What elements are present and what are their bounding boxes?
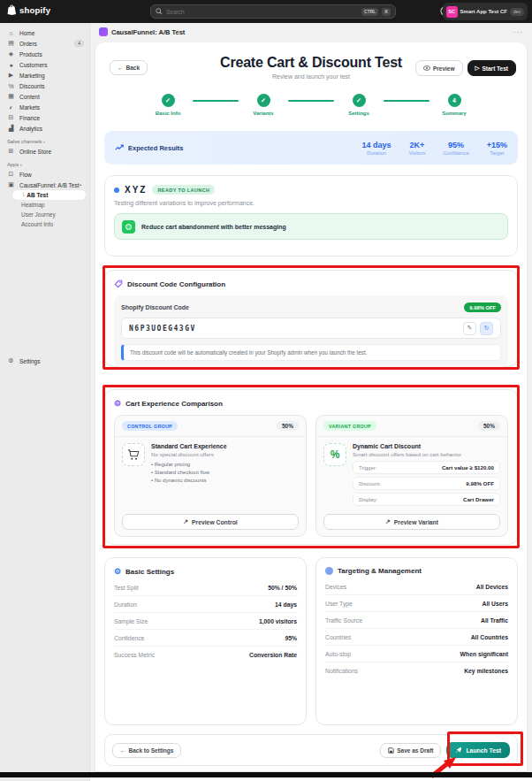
sidebar-item-settings[interactable]: ⚙Settings (0, 356, 89, 366)
back-button[interactable]: ←Back (110, 60, 148, 75)
edit-code-button[interactable]: ✎ (463, 322, 476, 335)
shopify-logo[interactable]: shopify (7, 4, 50, 15)
discount-code-note: This discount code will be automatically… (121, 344, 501, 361)
stat-target: +15%Target (487, 141, 507, 156)
variant-group-badge: VARIANT GROUP (323, 421, 376, 431)
sidebar-item-finance[interactable]: ⊟Finance (0, 112, 89, 123)
wizard-stepper: ✓Basic Info ✓Variants ✓Settings 4Summary (95, 94, 527, 116)
launch-test-button[interactable]: Launch Test (446, 742, 510, 758)
target-icon (122, 220, 135, 234)
ready-to-launch-badge: READY TO LAUNCH (152, 185, 215, 195)
search-icon (156, 8, 163, 15)
save-icon (388, 747, 394, 754)
sidebar-item-online-store[interactable]: ⊞Online Store (0, 146, 89, 157)
step-basic-info[interactable]: ✓Basic Info (143, 94, 193, 116)
sidebar-item-analytics[interactable]: ▟Analytics (0, 123, 89, 134)
back-arrow-icon: ← (118, 65, 124, 71)
home-icon: ⌂ (7, 30, 15, 36)
cart-comparison-title: Cart Experience Comparison (125, 400, 223, 408)
control-group-badge: CONTROL GROUP (122, 421, 178, 431)
page-card: ←Back Create Cart & Discount Test Review… (95, 42, 527, 771)
status-dot-icon (114, 188, 119, 193)
sidebar-item-markets[interactable]: ◐Markets (0, 102, 89, 112)
app-header-bar: CausalFunnel: A/B Test ··· (90, 23, 532, 41)
page-header: ←Back Create Cart & Discount Test Review… (106, 53, 516, 90)
regenerate-code-button[interactable]: ↻ (480, 322, 493, 335)
targeting-card: Targeting & Management DevicesAll Device… (315, 557, 518, 725)
dev-badge: dev (510, 8, 524, 16)
sidebar-subitem-account-info[interactable]: Account Info (0, 219, 89, 229)
step-settings[interactable]: ✓Settings (334, 94, 384, 116)
shortcut-ctrl: CTRL (361, 8, 378, 16)
cart-comparison-card: ⚙ Cart Experience Comparison CONTROL GRO… (104, 389, 518, 545)
user-name: Smart App Test CF (460, 9, 507, 14)
step-variants[interactable]: ✓Variants (239, 94, 288, 116)
sidebar-item-customers[interactable]: ●Customers (0, 59, 89, 70)
shopify-bag-icon (7, 4, 17, 15)
pin-dot-icon: • (77, 182, 84, 188)
start-test-button[interactable]: ▷Start Test (467, 60, 517, 76)
marketing-icon: ▶ (7, 72, 15, 79)
user-menu[interactable]: SC Smart App Test CF dev (443, 3, 528, 20)
sidebar-item-products[interactable]: ◈Products (0, 49, 89, 59)
sales-channels-header[interactable]: Sales channels › (0, 134, 89, 146)
gear-icon: ⚙ (114, 567, 121, 576)
step-connector (384, 100, 429, 102)
test-description: Testing different variations to improve … (114, 200, 508, 206)
discount-code-field[interactable]: N6P3UOEG43GV ✎ ↻ (121, 318, 501, 339)
sidebar-item-flow[interactable]: ⊡Flow (0, 169, 89, 180)
step-connector (193, 100, 239, 102)
stat-duration: 14 daysDuration (361, 141, 391, 156)
back-to-settings-button[interactable]: ←Back to Settings (112, 743, 181, 758)
causalfunnel-app-icon: ▣ (7, 181, 15, 188)
discount-config-title: Discount Code Configuration (127, 280, 225, 288)
window-bottom-edge (0, 772, 532, 777)
hypothesis-text: Reduce cart abandonment with better mess… (141, 224, 286, 230)
targeting-row-notifications: NotificationsKey milestones (325, 662, 508, 679)
variant-heading: Dynamic Cart Discount (353, 443, 500, 449)
targeting-row-traffic-source: Traffic SourceAll Traffic (325, 612, 508, 629)
global-search[interactable]: CTRL K (150, 4, 396, 19)
preview-button[interactable]: Preview (415, 60, 463, 76)
setting-row-confidence: Confidence95% (114, 630, 297, 647)
sidebar-subitem-user-journey[interactable]: User Journey (0, 210, 89, 219)
step-summary[interactable]: 4Summary (429, 94, 479, 116)
shopify-logo-text: shopify (19, 5, 50, 15)
search-input[interactable] (166, 9, 358, 15)
preview-control-button[interactable]: ↗Preview Control (122, 514, 299, 530)
more-menu-button[interactable]: ··· (513, 28, 523, 36)
sidebar-item-causalfunnel[interactable]: ▣CausalFunnel: A/B Test• (0, 180, 89, 190)
save-as-draft-button[interactable]: Save as Draft (380, 743, 441, 758)
orders-count-badge: 4 (74, 40, 84, 47)
targeting-row-devices: DevicesAll Devices (325, 578, 508, 595)
products-icon: ◈ (7, 50, 15, 57)
sidebar-item-discounts[interactable]: %Discounts (0, 80, 89, 91)
cart-icon (127, 449, 140, 461)
percent-icon-box: % (323, 443, 346, 466)
discount-percentage-badge: 9.98% OFF (464, 302, 501, 312)
sidebar-item-home[interactable]: ⌂Home (0, 27, 89, 38)
variant-row-discount: Discount:9.98% OFF (353, 477, 500, 490)
sidebar-item-content[interactable]: ▦Content (0, 91, 89, 102)
preview-variant-button[interactable]: ↗Preview Variant (323, 514, 500, 530)
sidebar-subitem-ab-test[interactable]: └AB Test (12, 190, 86, 200)
percent-icon: % (331, 448, 340, 461)
stat-confidence: 95%Confidence (443, 141, 468, 156)
targeting-title: Targeting & Management (338, 567, 422, 575)
sidebar-item-marketing[interactable]: ▶Marketing (0, 70, 89, 80)
setting-row-sample-size: Sample Size1,000 visitors (114, 613, 297, 630)
basic-settings-card: ⚙Basic Settings Test Split50% / 50% Dura… (104, 557, 307, 725)
settings-gear-icon: ⚙ (7, 357, 15, 364)
apps-header[interactable]: Apps › (0, 157, 89, 169)
discounts-icon: % (7, 83, 15, 89)
step-connector (288, 100, 334, 102)
test-name: XYZ (125, 185, 147, 195)
sidebar-item-orders[interactable]: ▤Orders4 (0, 38, 89, 49)
expected-results-banner: Expected Results 14 daysDuration 2K+Visi… (104, 131, 518, 165)
back-arrow-icon: ← (120, 747, 126, 754)
basic-settings-title: Basic Settings (125, 568, 174, 576)
control-heading: Standard Cart Experience (151, 443, 299, 449)
discount-field-label: Shopify Discount Code (121, 304, 464, 310)
finance-icon: ⊟ (7, 114, 15, 121)
sidebar-subitem-heatmap[interactable]: Heatmap (0, 200, 89, 210)
